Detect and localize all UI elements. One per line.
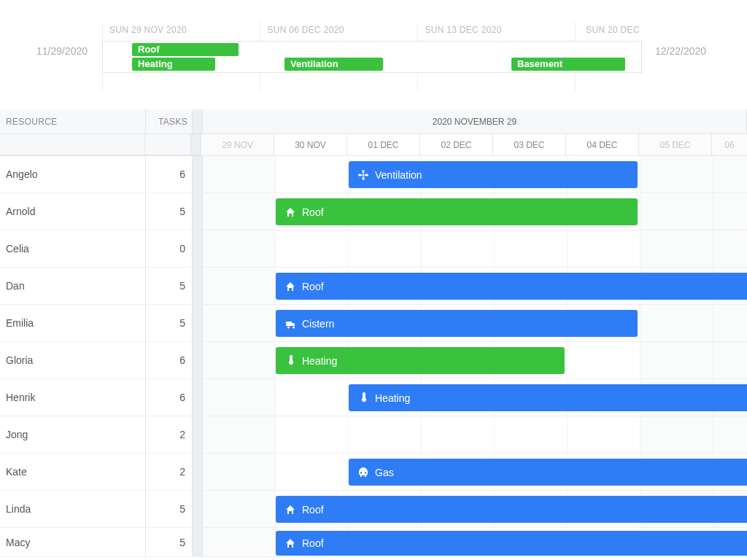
task-label: Heating (375, 392, 410, 404)
home-icon (285, 537, 296, 549)
overview-end-date: 12/22/2020 (655, 45, 706, 57)
splitter[interactable] (193, 109, 203, 134)
task-label: Heating (302, 355, 337, 367)
header-day[interactable]: 29 NOV (201, 134, 274, 155)
splitter[interactable] (193, 342, 203, 378)
fan-icon (357, 169, 369, 181)
resource-name[interactable]: Angelo (0, 156, 146, 192)
splitter[interactable] (193, 268, 203, 304)
resource-row: Gloria6Heating (0, 342, 747, 379)
scheduler: RESOURCE TASKS 2020 NOVEMBER 29 29 NOV30… (0, 109, 747, 560)
task-bar[interactable]: Roof (276, 531, 747, 556)
row-body[interactable] (203, 416, 747, 453)
splitter[interactable] (193, 454, 203, 490)
resource-task-count: 5 (146, 268, 193, 304)
task-label: Roof (302, 504, 324, 516)
splitter[interactable] (193, 528, 203, 556)
task-bar[interactable]: Heating (276, 347, 565, 374)
overview-ticks: SUN 29 NOV 2020 SUN 06 DEC 2020 SUN 13 D… (102, 22, 642, 41)
row-body[interactable]: Roof (203, 193, 747, 230)
thermo-icon (357, 392, 369, 404)
resource-row: Arnold5Roof (0, 193, 747, 230)
splitter[interactable] (191, 134, 201, 155)
header-day[interactable]: 01 DEC (347, 134, 420, 155)
header-resource[interactable]: RESOURCE (0, 109, 146, 134)
resource-name[interactable]: Kate (0, 454, 146, 490)
resource-task-count: 6 (146, 156, 193, 192)
resource-task-count: 6 (146, 342, 193, 378)
header-day[interactable]: 05 DEC (639, 134, 712, 155)
resource-row: Dan5Roof (0, 268, 747, 305)
task-label: Cistern (302, 318, 334, 330)
task-label: Ventilation (375, 169, 422, 181)
overview-bar[interactable]: Heating (132, 58, 215, 71)
splitter[interactable] (193, 156, 203, 192)
overview-tick-label: SUN 20 DEC (586, 25, 640, 35)
resource-row: Henrik6Heating (0, 379, 747, 416)
task-bar[interactable]: Roof (276, 198, 638, 225)
task-label: Roof (302, 206, 324, 218)
overview-timeline: 11/29/2020 12/22/2020 SUN 29 NOV 2020 SU… (0, 22, 747, 73)
home-icon (285, 504, 296, 516)
header-day[interactable]: 06 (712, 134, 747, 155)
row-body[interactable]: Roof (203, 268, 747, 304)
row-body[interactable]: Roof (203, 528, 747, 556)
resource-task-count: 5 (146, 193, 193, 230)
resource-row: Linda5Roof (0, 491, 747, 528)
task-label: Roof (302, 537, 324, 549)
resource-task-count: 5 (146, 305, 193, 341)
row-body[interactable]: Heating (203, 379, 747, 416)
resource-name[interactable]: Arnold (0, 193, 146, 230)
resource-task-count: 0 (146, 230, 193, 267)
task-label: Roof (302, 281, 324, 292)
overview-tick-label: SUN 29 NOV 2020 (109, 25, 187, 35)
header-day[interactable]: 04 DEC (566, 134, 639, 155)
resource-name[interactable]: Gloria (0, 342, 146, 378)
resource-name[interactable]: Henrik (0, 379, 146, 416)
resource-name[interactable]: Jong (0, 416, 146, 453)
header-day[interactable]: 30 NOV (274, 134, 347, 155)
row-body[interactable]: Roof (203, 491, 747, 527)
resource-name[interactable]: Macy (0, 528, 146, 556)
pump-icon (285, 318, 296, 330)
task-bar[interactable]: Gas (349, 459, 747, 486)
overview-bar[interactable]: Roof (132, 43, 239, 56)
resource-row: Jong2 (0, 416, 747, 454)
row-body[interactable]: Gas (203, 454, 747, 490)
resource-task-count: 2 (146, 416, 193, 453)
thermo-icon (285, 355, 296, 367)
resource-name[interactable]: Linda (0, 491, 146, 527)
overview-bar[interactable]: Ventilation (285, 58, 383, 71)
header-month: 2020 NOVEMBER 29 (203, 109, 747, 134)
row-body[interactable]: Cistern (203, 305, 747, 341)
home-icon (285, 281, 296, 292)
overview-frame[interactable]: Roof Heating Ventilation Basement (102, 41, 642, 73)
splitter[interactable] (193, 305, 203, 341)
header-day[interactable]: 02 DEC (420, 134, 493, 155)
header-row-1: RESOURCE TASKS 2020 NOVEMBER 29 (0, 109, 747, 134)
splitter[interactable] (193, 379, 203, 416)
resource-name[interactable]: Emilia (0, 305, 146, 341)
splitter[interactable] (193, 416, 203, 453)
resource-name[interactable]: Dan (0, 268, 146, 304)
resource-row: Macy5Roof (0, 528, 747, 557)
overview-bar[interactable]: Basement (511, 58, 625, 71)
splitter[interactable] (193, 491, 203, 527)
task-bar[interactable]: Roof (276, 273, 747, 300)
resource-name[interactable]: Celia (0, 230, 146, 267)
header-tasks[interactable]: TASKS (146, 109, 193, 134)
task-bar[interactable]: Ventilation (349, 161, 638, 188)
task-bar[interactable]: Heating (349, 384, 747, 411)
splitter[interactable] (193, 193, 203, 230)
overview-tick-label: SUN 06 DEC 2020 (267, 25, 344, 35)
splitter[interactable] (193, 230, 203, 267)
resource-task-count: 6 (146, 379, 193, 416)
row-body[interactable]: Ventilation (203, 156, 747, 192)
header-day[interactable]: 03 DEC (493, 134, 566, 155)
overview-tick-label: SUN 13 DEC 2020 (425, 25, 501, 35)
task-bar[interactable]: Roof (276, 496, 747, 523)
row-body[interactable] (203, 230, 747, 267)
task-bar[interactable]: Cistern (276, 310, 638, 337)
row-body[interactable]: Heating (203, 342, 747, 378)
resource-row: Kate2Gas (0, 454, 747, 491)
